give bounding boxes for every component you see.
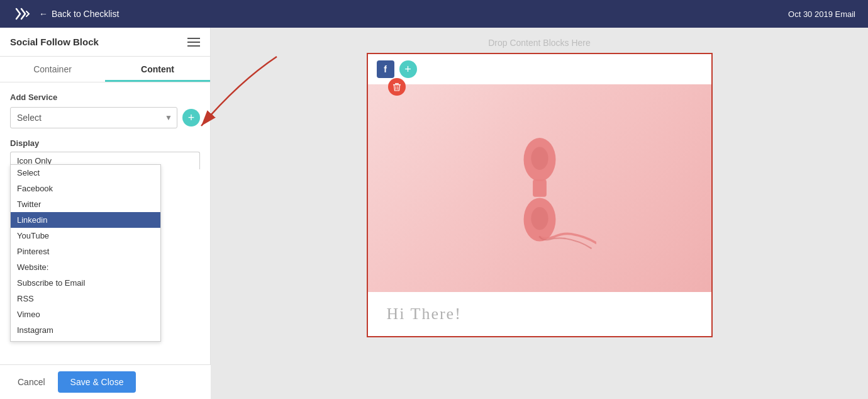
dropdown-item-instagram[interactable]: Instagram xyxy=(11,322,160,338)
top-nav: ← Back to Checklist Oct 30 2019 Email xyxy=(0,0,868,28)
hamburger-menu-icon[interactable] xyxy=(187,38,200,47)
nav-left: ← Back to Checklist xyxy=(13,4,119,24)
delete-social-button[interactable] xyxy=(388,78,406,96)
cancel-button[interactable]: Cancel xyxy=(10,372,53,392)
main-content-area: Drop Content Blocks Here f + xyxy=(211,28,868,399)
dropdown-item-linkedin[interactable]: Linkedin xyxy=(11,212,160,228)
svg-rect-2 xyxy=(395,83,399,84)
dropdown-item-facebook[interactable]: Facebook xyxy=(11,181,160,196)
phone-image-block: Hi There! xyxy=(367,84,713,337)
dropdown-item-twitter[interactable]: Twitter xyxy=(11,196,160,212)
add-service-label: Add Service xyxy=(10,93,200,102)
dropdown-item-website[interactable]: Website: xyxy=(11,259,160,275)
service-select[interactable]: Select xyxy=(10,107,177,128)
back-link-label: Back to Checklist xyxy=(52,9,119,19)
drop-zone-hint: Drop Content Blocks Here xyxy=(211,28,868,53)
svg-point-9 xyxy=(531,207,548,230)
sidebar-panel: Social Follow Block Container Content Ad… xyxy=(0,28,211,399)
tab-content[interactable]: Content xyxy=(105,57,210,82)
add-service-row: Select ▼ + xyxy=(10,107,200,128)
service-select-wrapper: Select ▼ xyxy=(10,107,177,128)
social-block-header: f + xyxy=(367,53,713,84)
sidebar-content-area: Add Service Select ▼ + Display Icon Only… xyxy=(0,82,210,399)
svg-rect-7 xyxy=(533,179,547,196)
dropdown-options: Select Facebook Twitter Linkedin YouTube… xyxy=(11,165,160,341)
greeting-text: Hi There! xyxy=(368,292,711,336)
svg-point-8 xyxy=(531,147,548,170)
dropdown-item-pinterest[interactable]: Pinterest xyxy=(11,244,160,259)
save-close-button[interactable]: Save & Close xyxy=(58,371,136,393)
dropdown-item-youtube[interactable]: YouTube xyxy=(11,228,160,244)
date-label: Oct 30 2019 Email xyxy=(788,9,855,19)
phone-image xyxy=(368,84,711,292)
svg-rect-1 xyxy=(393,84,401,86)
service-dropdown-list: Select Facebook Twitter Linkedin YouTube… xyxy=(10,164,161,342)
content-block: f + xyxy=(367,53,713,337)
add-social-icon-button[interactable]: + xyxy=(399,60,417,78)
back-arrow-icon: ← xyxy=(39,9,48,19)
dropdown-item-rss[interactable]: RSS xyxy=(11,291,160,306)
display-label: Display xyxy=(10,138,200,148)
sidebar-header: Social Follow Block xyxy=(0,28,210,57)
dropdown-item-select[interactable]: Select xyxy=(11,165,160,181)
dropdown-item-vimeo[interactable]: Vimeo xyxy=(11,306,160,322)
phone-handset-svg xyxy=(483,125,596,251)
facebook-icon: f xyxy=(377,60,394,78)
dropdown-item-subscribe[interactable]: Subscribe to Email xyxy=(11,275,160,291)
sidebar-title: Social Follow Block xyxy=(10,37,99,47)
add-service-button[interactable]: + xyxy=(182,109,200,126)
sidebar-footer: Cancel Save & Close xyxy=(0,364,211,399)
tab-container[interactable]: Container xyxy=(0,57,105,82)
back-to-checklist-link[interactable]: ← Back to Checklist xyxy=(39,9,119,19)
app-logo xyxy=(13,4,33,24)
sidebar-tabs: Container Content xyxy=(0,57,210,82)
dropdown-item-soundcloud[interactable]: Soundcloud xyxy=(11,338,160,341)
